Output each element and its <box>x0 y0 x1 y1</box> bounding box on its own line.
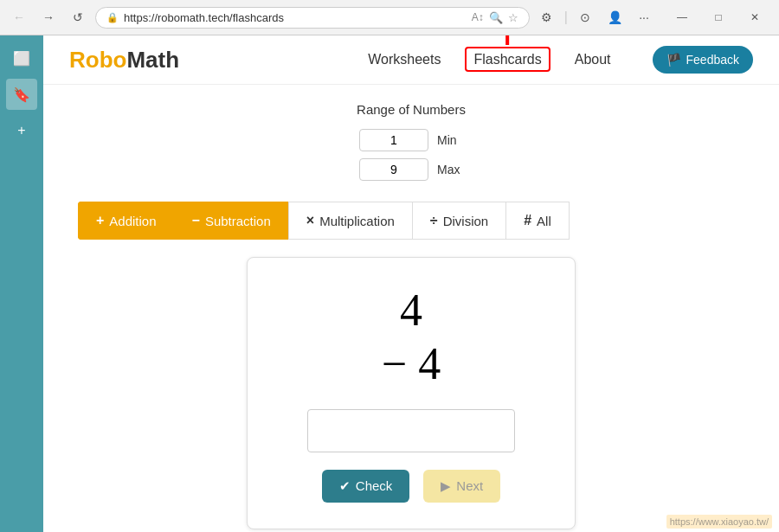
checkmark-icon: ✔ <box>339 478 351 494</box>
range-section: Range of Numbers Min Max <box>78 102 744 184</box>
back-button[interactable]: ← <box>7 5 31 29</box>
browser-body: ⬜ 🔖 + RoboMath Worksheets Flashcards ▲ <box>0 35 779 532</box>
tab-multiplication[interactable]: × Multiplication <box>288 202 412 240</box>
more-button[interactable]: ··· <box>632 5 656 29</box>
min-row: Min <box>359 129 463 151</box>
watermark: https://www.xiaoyao.tw/ <box>666 515 772 529</box>
multiplication-label: Multiplication <box>319 214 395 228</box>
addition-label: Addition <box>109 214 156 228</box>
max-row: Max <box>359 158 463 181</box>
maximize-button[interactable]: □ <box>701 5 736 29</box>
tab-addition[interactable]: + Addition <box>78 202 174 240</box>
flashcards-link[interactable]: Flashcards <box>465 47 550 72</box>
about-link[interactable]: About <box>568 48 618 71</box>
app-navbar: RoboMath Worksheets Flashcards ▲ About 🏴… <box>43 35 779 85</box>
flashcard-problem: 4 − 4 <box>382 284 441 392</box>
font-icon: A↕ <box>472 11 484 23</box>
lock-icon: 🔒 <box>106 12 119 23</box>
sidebar-bookmark-icon[interactable]: 🔖 <box>6 79 37 110</box>
min-input[interactable] <box>359 129 428 151</box>
flashcard-number: 4 <box>382 284 441 337</box>
answer-input[interactable] <box>307 409 515 452</box>
subtraction-label: Subtraction <box>205 214 271 228</box>
check-button[interactable]: ✔ Check <box>322 470 410 503</box>
check-label: Check <box>356 478 393 493</box>
close-button[interactable]: ✕ <box>737 5 772 29</box>
star-icon: ☆ <box>508 11 518 24</box>
nav-links: Worksheets Flashcards ▲ About 🏴 Feedback <box>361 46 753 74</box>
flashcard-container: 4 − 4 ✔ Check ▶ Next <box>78 257 744 529</box>
browser-toolbar: ← → ↺ 🔒 A↕ 🔍 ☆ ⚙ | ⊙ 👤 ··· — □ ✕ <box>0 0 779 35</box>
logo-math: Math <box>126 47 179 73</box>
page-content: RoboMath Worksheets Flashcards ▲ About 🏴… <box>43 35 779 532</box>
play-icon: ▶ <box>441 478 451 494</box>
browser-chrome: ← → ↺ 🔒 A↕ 🔍 ☆ ⚙ | ⊙ 👤 ··· — □ ✕ <box>0 0 779 35</box>
division-label: Division <box>443 214 489 228</box>
hash-icon: # <box>524 213 531 228</box>
window-controls: — □ ✕ <box>665 5 772 29</box>
extensions-button[interactable]: ⚙ <box>535 5 559 29</box>
tab-division[interactable]: ÷ Division <box>412 202 505 240</box>
sidebar-tab-icon[interactable]: ⬜ <box>6 42 37 74</box>
address-bar: 🔒 A↕ 🔍 ☆ <box>95 7 530 29</box>
main-content: Range of Numbers Min Max + Addition − <box>43 85 779 532</box>
tab-subtraction[interactable]: − Subtraction <box>174 202 288 240</box>
flashcard-buttons: ✔ Check ▶ Next <box>322 470 500 503</box>
all-label: All <box>537 214 551 228</box>
separator: | <box>564 10 568 25</box>
flashcard-operator: − 4 <box>382 337 441 391</box>
user-icon[interactable]: 👤 <box>602 5 627 29</box>
flag-icon: 🏴 <box>666 53 681 67</box>
divide-icon: ÷ <box>430 213 438 228</box>
plus-icon: + <box>96 213 104 228</box>
profile-button[interactable]: ⊙ <box>573 5 597 29</box>
sidebar: ⬜ 🔖 + <box>0 35 43 532</box>
flashcards-link-wrapper: Flashcards ▲ <box>465 52 550 67</box>
tab-all[interactable]: # All <box>505 202 570 240</box>
max-input[interactable] <box>359 158 428 181</box>
app-logo: RoboMath <box>69 47 179 74</box>
forward-button[interactable]: → <box>36 5 61 29</box>
flashcard: 4 − 4 ✔ Check ▶ Next <box>247 257 576 529</box>
times-icon: × <box>306 213 314 228</box>
search-icon: 🔍 <box>489 11 503 24</box>
feedback-button[interactable]: 🏴 Feedback <box>653 46 753 74</box>
arrow-annotation: ▲ <box>494 35 522 45</box>
min-label: Min <box>437 133 463 147</box>
worksheets-link[interactable]: Worksheets <box>361 48 447 71</box>
sidebar-add-icon[interactable]: + <box>6 115 37 146</box>
minus-icon: − <box>192 213 200 228</box>
range-title: Range of Numbers <box>357 102 466 117</box>
operation-tabs: + Addition − Subtraction × Multiplicatio… <box>78 202 744 240</box>
refresh-button[interactable]: ↺ <box>66 5 90 29</box>
next-button[interactable]: ▶ Next <box>423 470 500 503</box>
logo-robo: Robo <box>69 47 126 73</box>
feedback-label: Feedback <box>686 53 739 67</box>
arrow-stem <box>506 35 510 45</box>
minimize-button[interactable]: — <box>665 5 699 29</box>
next-label: Next <box>456 478 483 493</box>
max-label: Max <box>437 163 463 176</box>
url-input[interactable] <box>124 11 467 24</box>
